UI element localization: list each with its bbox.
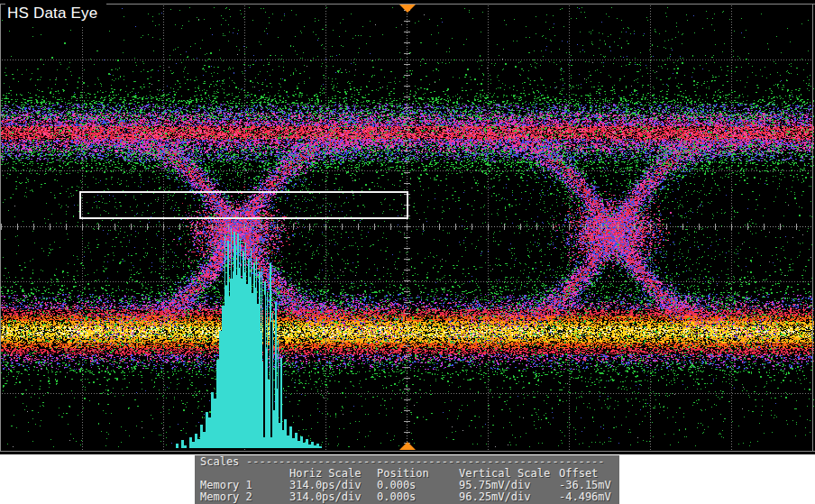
scales-section-label: Scales [200,456,239,468]
measurement-gate-box[interactable] [79,191,408,219]
trigger-marker-top-icon[interactable] [399,5,416,13]
memory2-row: Memory 2 314.0ps/div 0.000s 96.25mV/div … [195,491,619,503]
memory2-position: 0.000s [377,491,416,503]
memory2-offset: -4.496mV [559,491,611,503]
eye-diagram-canvas[interactable] [0,0,815,454]
page-title: HS Data Eye [5,4,106,25]
memory2-label: Memory 2 [200,491,252,503]
waveform-display: HS Data Eye [0,0,815,454]
memory2-vertical-scale: 96.25mV/div [459,491,530,503]
trigger-marker-bottom-icon[interactable] [399,442,416,450]
memory2-horiz-scale: 314.0ps/div [289,491,361,503]
scales-panel: Scales ---------------------------------… [195,455,619,504]
